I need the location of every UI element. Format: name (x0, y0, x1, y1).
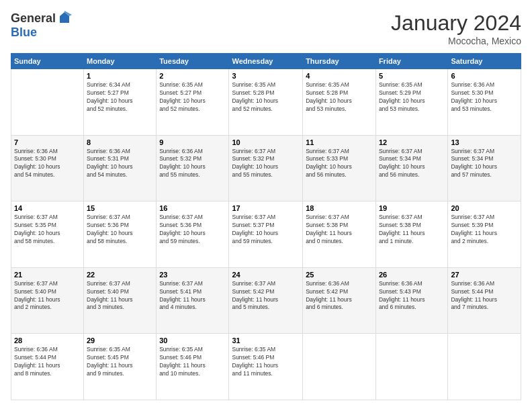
location: Mococha, Mexico (391, 36, 521, 46)
table-row: 5Sunrise: 6:35 AM Sunset: 5:29 PM Daylig… (375, 69, 447, 136)
day-info: Sunrise: 6:37 AM Sunset: 5:40 PM Dayligh… (14, 280, 81, 312)
calendar: Sunday Monday Tuesday Wednesday Thursday… (11, 53, 521, 400)
day-info: Sunrise: 6:37 AM Sunset: 5:37 PM Dayligh… (232, 214, 300, 246)
table-row: 2Sunrise: 6:35 AM Sunset: 5:27 PM Daylig… (157, 69, 229, 136)
table-row: 25Sunrise: 6:36 AM Sunset: 5:42 PM Dayli… (303, 267, 376, 334)
table-row: 1Sunrise: 6:34 AM Sunset: 5:27 PM Daylig… (84, 69, 157, 136)
day-number: 28 (14, 336, 81, 345)
header-tuesday: Tuesday (157, 54, 229, 69)
day-info: Sunrise: 6:35 AM Sunset: 5:27 PM Dayligh… (159, 81, 226, 113)
header-saturday: Saturday (448, 54, 521, 69)
page: General Blue January 2024 Mococha, Mexic… (0, 0, 532, 411)
day-number: 22 (87, 271, 153, 279)
table-row: 24Sunrise: 6:37 AM Sunset: 5:42 PM Dayli… (229, 267, 303, 334)
logo: General Blue (11, 11, 72, 40)
day-number: 16 (159, 204, 226, 212)
day-info: Sunrise: 6:36 AM Sunset: 5:44 PM Dayligh… (451, 280, 518, 312)
day-info: Sunrise: 6:36 AM Sunset: 5:30 PM Dayligh… (14, 148, 81, 180)
table-row: 16Sunrise: 6:37 AM Sunset: 5:36 PM Dayli… (157, 201, 229, 268)
day-number: 25 (306, 271, 373, 279)
table-row: 11Sunrise: 6:37 AM Sunset: 5:33 PM Dayli… (303, 135, 376, 201)
day-info: Sunrise: 6:36 AM Sunset: 5:44 PM Dayligh… (14, 346, 81, 378)
table-row: 19Sunrise: 6:37 AM Sunset: 5:38 PM Dayli… (375, 201, 447, 268)
calendar-week-1: 7Sunrise: 6:36 AM Sunset: 5:30 PM Daylig… (11, 135, 521, 201)
day-info: Sunrise: 6:36 AM Sunset: 5:42 PM Dayligh… (306, 280, 373, 312)
calendar-week-4: 28Sunrise: 6:36 AM Sunset: 5:44 PM Dayli… (11, 334, 521, 400)
day-number: 26 (379, 271, 445, 279)
logo-blue: Blue (11, 26, 37, 40)
day-info: Sunrise: 6:37 AM Sunset: 5:38 PM Dayligh… (379, 214, 445, 246)
header: General Blue January 2024 Mococha, Mexic… (11, 11, 521, 46)
calendar-week-2: 14Sunrise: 6:37 AM Sunset: 5:35 PM Dayli… (11, 201, 521, 268)
day-info: Sunrise: 6:35 AM Sunset: 5:46 PM Dayligh… (159, 346, 226, 378)
day-number: 24 (232, 271, 300, 279)
table-row: 9Sunrise: 6:36 AM Sunset: 5:32 PM Daylig… (157, 135, 229, 201)
table-row: 17Sunrise: 6:37 AM Sunset: 5:37 PM Dayli… (229, 201, 303, 268)
table-row: 8Sunrise: 6:36 AM Sunset: 5:31 PM Daylig… (84, 135, 157, 201)
day-number: 20 (451, 204, 518, 212)
day-number: 30 (159, 336, 226, 345)
header-friday: Friday (375, 54, 447, 69)
header-wednesday: Wednesday (229, 54, 303, 69)
day-info: Sunrise: 6:34 AM Sunset: 5:27 PM Dayligh… (87, 81, 153, 113)
table-row: 7Sunrise: 6:36 AM Sunset: 5:30 PM Daylig… (11, 135, 84, 201)
table-row: 14Sunrise: 6:37 AM Sunset: 5:35 PM Dayli… (11, 201, 84, 268)
day-info: Sunrise: 6:37 AM Sunset: 5:41 PM Dayligh… (159, 280, 226, 312)
day-number: 29 (87, 336, 153, 345)
day-number: 14 (14, 204, 81, 212)
table-row: 22Sunrise: 6:37 AM Sunset: 5:40 PM Dayli… (84, 267, 157, 334)
calendar-header-row: Sunday Monday Tuesday Wednesday Thursday… (11, 54, 521, 69)
day-number: 18 (306, 204, 373, 212)
table-row: 20Sunrise: 6:37 AM Sunset: 5:39 PM Dayli… (448, 201, 521, 268)
day-number: 21 (14, 271, 81, 279)
day-info: Sunrise: 6:36 AM Sunset: 5:31 PM Dayligh… (87, 148, 153, 180)
table-row: 27Sunrise: 6:36 AM Sunset: 5:44 PM Dayli… (448, 267, 521, 334)
day-number: 31 (232, 336, 300, 345)
day-info: Sunrise: 6:37 AM Sunset: 5:42 PM Dayligh… (232, 280, 300, 312)
table-row: 18Sunrise: 6:37 AM Sunset: 5:38 PM Dayli… (303, 201, 376, 268)
logo-general: General (11, 11, 56, 26)
day-info: Sunrise: 6:37 AM Sunset: 5:35 PM Dayligh… (14, 214, 81, 246)
day-info: Sunrise: 6:35 AM Sunset: 5:46 PM Dayligh… (232, 346, 300, 378)
day-info: Sunrise: 6:37 AM Sunset: 5:36 PM Dayligh… (87, 214, 153, 246)
day-number: 8 (87, 138, 153, 146)
day-number: 3 (232, 72, 300, 80)
table-row: 4Sunrise: 6:35 AM Sunset: 5:28 PM Daylig… (303, 69, 376, 136)
day-info: Sunrise: 6:36 AM Sunset: 5:32 PM Dayligh… (159, 148, 226, 180)
table-row (448, 334, 521, 400)
table-row: 13Sunrise: 6:37 AM Sunset: 5:34 PM Dayli… (448, 135, 521, 201)
day-info: Sunrise: 6:37 AM Sunset: 5:39 PM Dayligh… (451, 214, 518, 246)
day-number: 1 (87, 72, 153, 80)
table-row: 3Sunrise: 6:35 AM Sunset: 5:28 PM Daylig… (229, 69, 303, 136)
day-info: Sunrise: 6:37 AM Sunset: 5:40 PM Dayligh… (87, 280, 153, 312)
day-number: 11 (306, 138, 373, 146)
table-row: 23Sunrise: 6:37 AM Sunset: 5:41 PM Dayli… (157, 267, 229, 334)
day-number: 13 (451, 138, 518, 146)
day-number: 17 (232, 204, 300, 212)
day-number: 6 (451, 72, 518, 80)
table-row: 15Sunrise: 6:37 AM Sunset: 5:36 PM Dayli… (84, 201, 157, 268)
day-info: Sunrise: 6:37 AM Sunset: 5:38 PM Dayligh… (306, 214, 373, 246)
table-row: 26Sunrise: 6:36 AM Sunset: 5:43 PM Dayli… (375, 267, 447, 334)
day-number: 10 (232, 138, 300, 146)
day-info: Sunrise: 6:37 AM Sunset: 5:33 PM Dayligh… (306, 148, 373, 180)
day-number: 23 (159, 271, 226, 279)
table-row: 28Sunrise: 6:36 AM Sunset: 5:44 PM Dayli… (11, 334, 84, 400)
table-row (375, 334, 447, 400)
day-number: 15 (87, 204, 153, 212)
day-info: Sunrise: 6:35 AM Sunset: 5:28 PM Dayligh… (306, 81, 373, 113)
calendar-week-0: 1Sunrise: 6:34 AM Sunset: 5:27 PM Daylig… (11, 69, 521, 136)
day-info: Sunrise: 6:36 AM Sunset: 5:43 PM Dayligh… (379, 280, 445, 312)
header-sunday: Sunday (11, 54, 84, 69)
day-info: Sunrise: 6:35 AM Sunset: 5:28 PM Dayligh… (232, 81, 300, 113)
title-section: January 2024 Mococha, Mexico (391, 11, 521, 46)
day-info: Sunrise: 6:37 AM Sunset: 5:36 PM Dayligh… (159, 214, 226, 246)
day-number: 12 (379, 138, 445, 146)
day-info: Sunrise: 6:36 AM Sunset: 5:30 PM Dayligh… (451, 81, 518, 113)
day-number: 2 (159, 72, 226, 80)
table-row: 30Sunrise: 6:35 AM Sunset: 5:46 PM Dayli… (157, 334, 229, 400)
header-thursday: Thursday (303, 54, 376, 69)
month-title: January 2024 (391, 11, 521, 36)
day-number: 7 (14, 138, 81, 146)
day-info: Sunrise: 6:35 AM Sunset: 5:45 PM Dayligh… (87, 346, 153, 378)
